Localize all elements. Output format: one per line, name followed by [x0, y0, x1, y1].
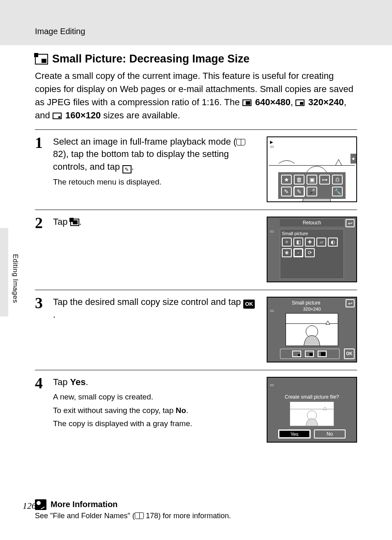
- lcd-playback: ▶▭ ★ ★ 🗑: [267, 136, 357, 202]
- info-icon: [35, 499, 46, 510]
- size-640: 640×480: [255, 97, 291, 107]
- title-row: Small Picture: Decreasing Image Size: [35, 53, 357, 65]
- step-main: Tap .: [53, 216, 257, 228]
- step-figure: Retouch ↩ ▭ Small picture ✧ ◧ ✚ ▱ ◐: [265, 215, 357, 282]
- retouch-panel: Small picture ✧ ◧ ✚ ▱ ◐ ❀ ▫ ⟳: [280, 229, 344, 279]
- lcd-size-select: Small picture ↩ ▭ 320×240: [267, 297, 357, 362]
- step-figure: ▶▭ ★ ★ 🗑: [265, 135, 357, 202]
- step-figure: ▭ Create small picture file? Yes No: [265, 375, 357, 443]
- size-buttons: [280, 348, 340, 359]
- retouch-title: Retouch: [280, 219, 344, 226]
- size-320: 320×240: [308, 97, 344, 107]
- more-info-title: More Information: [51, 500, 118, 509]
- step-body: Tap .: [53, 215, 257, 282]
- no-button: No: [314, 429, 346, 438]
- crop-icon: ⟳: [305, 248, 315, 257]
- step-figure: Small picture ↩ ▭ 320×240: [265, 295, 357, 362]
- small-picture-label: Small picture: [282, 231, 342, 236]
- ok-button: OK: [344, 348, 355, 359]
- step-number: 1: [35, 135, 46, 202]
- star-button-icon: ★: [281, 175, 292, 185]
- step-3: 3 Tap the desired small copy size contro…: [35, 290, 357, 370]
- lcd-confirm: ▭ Create small picture file? Yes No: [267, 377, 357, 443]
- print-button-icon: ⎙: [332, 175, 343, 185]
- confirm-buttons: Yes No: [278, 429, 346, 438]
- confirm-question: Create small picture file?: [267, 394, 356, 400]
- more-info-text: See "File and Folder Names" ( 178) for m…: [35, 512, 357, 520]
- step-sub: To exit without saving the copy, tap No.: [53, 404, 257, 417]
- selected-size: 320×240: [267, 307, 356, 312]
- page-header: Image Editing: [0, 0, 392, 45]
- back-icon: ↩: [346, 299, 355, 307]
- album-button-icon: ▣: [307, 175, 317, 185]
- more-info-heading: More Information: [35, 499, 357, 510]
- step-sub: The copy is displayed with a gray frame.: [53, 418, 257, 430]
- side-label: Editing Images: [11, 254, 19, 303]
- page-number: 126: [23, 501, 36, 511]
- intro-text-1: Create a small copy of the current image…: [35, 71, 353, 107]
- small-picture-button-icon: ▫: [293, 248, 303, 257]
- back-icon: ↩: [346, 219, 355, 227]
- manual-ref-icon: [236, 139, 245, 145]
- small-picture-icon: [35, 54, 48, 65]
- battery-icon: ▭: [270, 383, 274, 387]
- step-main: Tap Yes.: [53, 376, 257, 389]
- small-picture-title: Small picture: [267, 300, 345, 306]
- size-l-icon: [318, 351, 327, 357]
- step-2: 2 Tap . Retouch ↩ ▭ Small picture ✧ ◧: [35, 210, 357, 290]
- paint-button-icon: ✎: [281, 187, 292, 196]
- stretch-icon: ✚: [305, 238, 315, 247]
- small-picture-icon: [70, 219, 79, 226]
- battery-icon: ▭: [270, 229, 274, 233]
- step-body: Select an image in full-frame playback m…: [53, 135, 257, 202]
- yes-button: Yes: [278, 429, 311, 438]
- ok-icon: OK: [243, 300, 255, 309]
- intro-paragraph: Create a small copy of the current image…: [35, 69, 357, 122]
- step-body: Tap the desired small copy size control …: [53, 295, 257, 362]
- side-tab: [0, 228, 8, 316]
- content: Small Picture: Decreasing Image Size Cre…: [0, 45, 392, 520]
- setup-button-icon: 🔧: [332, 187, 343, 196]
- step-number: 3: [35, 295, 46, 362]
- filter-icon: ◐: [328, 238, 338, 247]
- glamour-icon: ❀: [282, 248, 292, 257]
- step-sub: The retouch menu is displayed.: [53, 176, 257, 188]
- size-160: 160×120: [65, 110, 101, 120]
- dlighting-icon: ◧: [293, 238, 303, 247]
- step-sub: A new, small copy is created.: [53, 391, 257, 403]
- rating-star-icon: ★: [350, 154, 356, 164]
- intro-text-2: sizes are available.: [103, 110, 180, 120]
- trash-button-icon: 🗑: [294, 175, 304, 185]
- toolbar: ★ 🗑 ▣ ⊶ ⎙ ✎ ✎ 🎤 🔧: [278, 172, 346, 199]
- step-number: 2: [35, 215, 46, 282]
- step-number: 4: [35, 375, 46, 443]
- perspective-icon: ▱: [316, 238, 326, 247]
- size-icon-small: [53, 113, 62, 119]
- lcd-retouch-menu: Retouch ↩ ▭ Small picture ✧ ◧ ✚ ▱ ◐: [267, 217, 357, 282]
- preview-image: [290, 402, 334, 426]
- step-1: 1 Select an image in full-frame playback…: [35, 129, 357, 210]
- size-icon-large: [242, 99, 251, 106]
- step-4: 4 Tap Yes. A new, small copy is created.…: [35, 370, 357, 450]
- retouch-icon: ✎: [122, 165, 131, 173]
- preview-image: [286, 313, 338, 346]
- section-title: Image Editing: [35, 27, 85, 36]
- retouch-button-icon: ✎: [294, 187, 304, 196]
- step-main: Tap the desired small copy size control …: [53, 296, 257, 321]
- protect-button-icon: ⊶: [319, 175, 330, 185]
- quickretouch-icon: ✧: [282, 238, 292, 247]
- size-m-icon: [305, 351, 314, 357]
- step-main: Select an image in full-frame playback m…: [53, 136, 257, 174]
- size-s-icon: [292, 351, 301, 357]
- page-title: Small Picture: Decreasing Image Size: [52, 53, 249, 65]
- size-icon-medium: [295, 99, 304, 106]
- manual-ref-icon: [135, 512, 144, 519]
- step-body: Tap Yes. A new, small copy is created. T…: [53, 375, 257, 443]
- voice-button-icon: 🎤: [307, 187, 317, 196]
- steps: 1 Select an image in full-frame playback…: [35, 129, 357, 450]
